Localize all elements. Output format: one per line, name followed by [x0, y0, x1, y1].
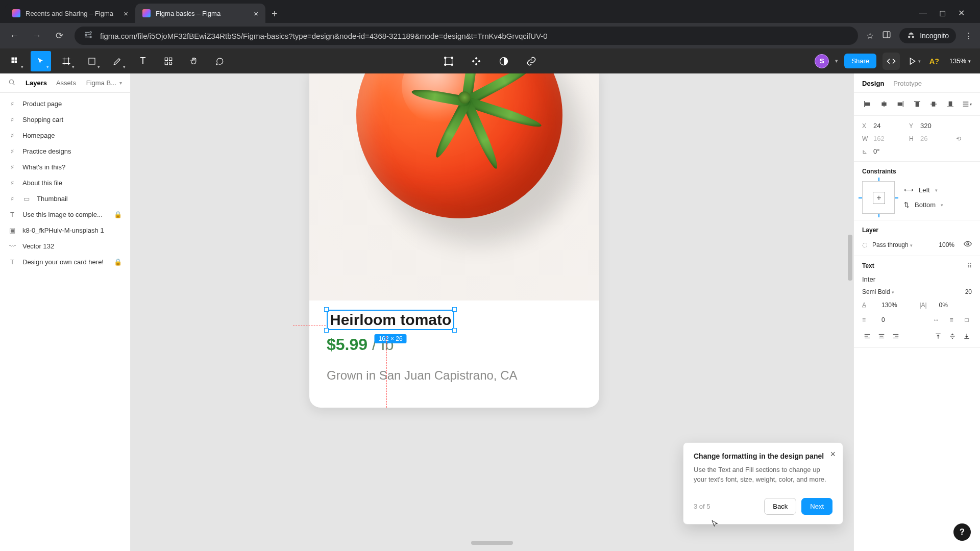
layers-tab[interactable]: Layers — [26, 79, 47, 87]
link-icon[interactable] — [521, 51, 542, 71]
layer-practice-designs[interactable]: ♯Practice designs — [0, 143, 130, 159]
align-right-icon[interactable] — [895, 99, 905, 109]
new-tab-button[interactable]: + — [265, 5, 284, 23]
layer-homepage[interactable]: ♯Homepage — [0, 128, 130, 143]
back-button[interactable]: ← — [7, 31, 21, 41]
selection-handle[interactable] — [324, 328, 329, 333]
minimize-icon[interactable]: ― — [919, 8, 927, 18]
text-valign-middle-icon[interactable] — [947, 331, 958, 341]
help-button[interactable]: ? — [953, 523, 971, 541]
layer-thumbnail[interactable]: ♯▭Thumbnail — [0, 191, 130, 207]
product-origin[interactable]: Grown in San Juan Capistrano, CA — [327, 368, 582, 383]
forward-button[interactable]: → — [30, 31, 44, 41]
distribute-icon[interactable]: ▾ — [962, 99, 972, 109]
share-button[interactable]: Share — [844, 54, 876, 68]
side-panel-icon[interactable] — [882, 30, 891, 42]
selection-handle[interactable] — [324, 307, 329, 312]
pen-tool[interactable]: ▾ — [107, 51, 128, 71]
constraints-diagram[interactable]: + — [862, 181, 895, 214]
layer-whats-in-this[interactable]: ♯What's in this? — [0, 159, 130, 175]
layer-use-image-text[interactable]: TUse this image to comple...🔒 — [0, 207, 130, 222]
text-valign-bottom-icon[interactable] — [962, 331, 972, 341]
blend-mode-select[interactable]: Pass through ▾ — [872, 241, 913, 248]
visibility-icon[interactable] — [964, 240, 972, 249]
text-align-left-icon[interactable] — [862, 331, 872, 341]
zoom-level[interactable]: 135%▾ — [945, 57, 975, 65]
search-icon[interactable] — [8, 79, 15, 87]
present-icon[interactable]: ▾ — [906, 53, 923, 70]
text-align-center-icon[interactable] — [876, 331, 887, 341]
product-price[interactable]: $5.99 / lb — [327, 335, 582, 354]
close-icon[interactable]: × — [830, 449, 836, 460]
text-align-right-icon[interactable] — [891, 331, 901, 341]
align-center-v-icon[interactable] — [928, 99, 939, 109]
canvas[interactable]: Heirloom tomato 162 × 26 $5.99 / lb Grow… — [131, 73, 853, 551]
tab-recents[interactable]: Recents and Sharing – Figma × — [5, 4, 135, 23]
mask-icon[interactable] — [494, 51, 514, 71]
paragraph-spacing-input[interactable]: 0 — [881, 316, 906, 323]
resources-tool[interactable] — [158, 51, 179, 71]
layer-unsplash-image[interactable]: ▣k8-0_fkPHulv-M-unsplash 1 — [0, 222, 130, 238]
fixed-size-icon[interactable]: □ — [962, 315, 972, 325]
x-input[interactable]: 24 — [873, 122, 904, 130]
site-settings-icon[interactable] — [84, 30, 93, 41]
edit-object-icon[interactable] — [438, 51, 459, 71]
selection-handle[interactable] — [452, 328, 457, 333]
line-height-input[interactable]: 130% — [881, 302, 915, 309]
rotation-input[interactable]: 0° — [873, 147, 904, 155]
h-input[interactable]: 26 — [920, 135, 951, 142]
page-selector[interactable]: Figma B...▾ — [86, 79, 122, 87]
hand-tool[interactable] — [184, 51, 204, 71]
tab-figma-basics[interactable]: Figma basics – Figma × — [135, 4, 265, 23]
selected-text-layer[interactable]: Heirloom tomato 162 × 26 — [327, 310, 454, 330]
menu-icon[interactable]: ⋮ — [964, 31, 973, 41]
close-icon[interactable]: × — [254, 9, 258, 18]
comment-tool[interactable] — [209, 51, 230, 71]
layer-product-page[interactable]: ♯Product page — [0, 96, 130, 112]
constrain-proportions-icon[interactable]: ⟲ — [956, 135, 966, 142]
opacity-input[interactable]: 100% — [939, 241, 954, 248]
layer-vector-132[interactable]: 〰Vector 132 — [0, 238, 130, 254]
bookmark-star-icon[interactable]: ☆ — [866, 31, 874, 41]
layer-about-this-file[interactable]: ♯About this file — [0, 175, 130, 191]
tab-prototype[interactable]: Prototype — [893, 80, 922, 87]
align-left-icon[interactable] — [862, 99, 872, 109]
close-window-icon[interactable]: ✕ — [958, 8, 965, 18]
avatar-chevron-icon[interactable]: ▾ — [835, 58, 838, 64]
figma-menu-icon[interactable]: ▾ — [5, 51, 26, 71]
rectangle-tool[interactable]: ▾ — [82, 51, 102, 71]
auto-width-icon[interactable]: ↔ — [931, 315, 941, 325]
create-component-icon[interactable] — [466, 51, 486, 71]
selection-handle[interactable] — [452, 307, 457, 312]
font-size-input[interactable]: 20 — [965, 288, 972, 295]
move-tool[interactable]: ▾ — [31, 51, 51, 71]
layer-design-your-own[interactable]: TDesign your own card here!🔒 — [0, 254, 130, 270]
reload-button[interactable]: ⟳ — [52, 30, 66, 41]
user-avatar[interactable]: S — [815, 54, 829, 68]
dev-mode-icon[interactable] — [883, 53, 900, 70]
horizontal-scrollbar[interactable] — [471, 541, 513, 545]
close-icon[interactable]: × — [124, 9, 128, 18]
layer-shopping-cart[interactable]: ♯Shopping cart — [0, 112, 130, 128]
text-style-icon[interactable]: ⠿ — [967, 262, 972, 269]
font-weight-select[interactable]: Semi Bold ▾ — [862, 288, 960, 295]
next-button[interactable]: Next — [801, 498, 832, 515]
text-tool[interactable]: T — [133, 51, 153, 71]
frame-tool[interactable]: ▾ — [56, 51, 77, 71]
assets-tab[interactable]: Assets — [56, 79, 76, 87]
constraint-horizontal[interactable]: ⟷Left▾ — [904, 186, 943, 194]
maximize-icon[interactable]: ◻ — [939, 8, 946, 18]
tab-design[interactable]: Design — [862, 80, 884, 87]
missing-fonts-icon[interactable]: A? — [929, 57, 939, 65]
product-card-frame[interactable]: Heirloom tomato 162 × 26 $5.99 / lb Grow… — [309, 73, 599, 408]
constraint-vertical[interactable]: ⇅Bottom▾ — [904, 201, 943, 209]
y-input[interactable]: 320 — [920, 122, 951, 130]
letter-spacing-input[interactable]: 0% — [939, 302, 972, 309]
align-center-h-icon[interactable] — [879, 99, 889, 109]
auto-height-icon[interactable]: ≡ — [946, 315, 957, 325]
w-input[interactable]: 162 — [873, 135, 904, 142]
incognito-badge[interactable]: Incognito — [899, 28, 956, 43]
font-family-select[interactable]: Inter — [862, 276, 972, 283]
text-valign-top-icon[interactable] — [933, 331, 943, 341]
back-button[interactable]: Back — [764, 498, 796, 515]
